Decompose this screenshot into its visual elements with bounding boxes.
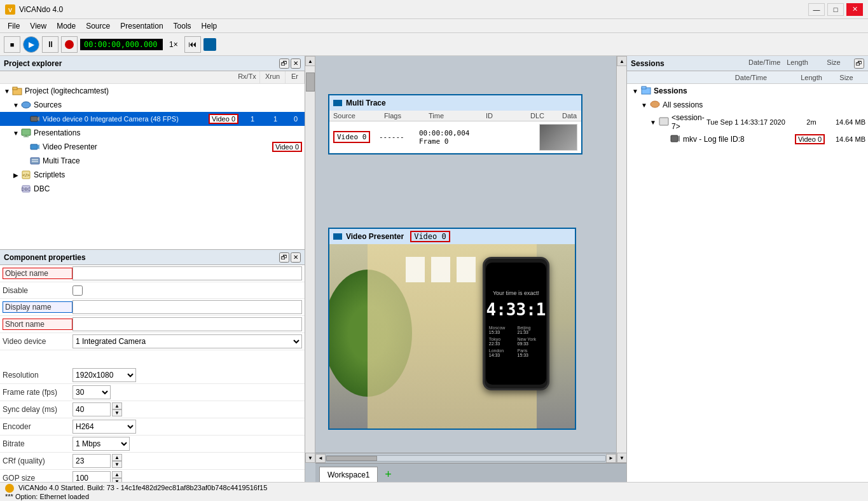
gop-up[interactable]: ▲ — [112, 471, 122, 478]
right-vscroll-down[interactable]: ▼ — [617, 453, 627, 463]
workspace-area: Multi Trace Source Flags Time ID DLC Dat… — [315, 56, 616, 453]
vscroll-up-btn[interactable]: ▲ — [305, 56, 315, 66]
prop-encoder-row: Encoder H264 H265 MJPEG — [0, 418, 305, 436]
record-button[interactable] — [61, 36, 78, 53]
display-name-input[interactable] — [72, 300, 302, 314]
object-name-input[interactable] — [72, 266, 302, 280]
resolution-label: Resolution — [3, 371, 72, 380]
tree-video-presenter[interactable]: Video Presenter Video 0 — [0, 140, 305, 154]
menu-help[interactable]: Help — [196, 20, 223, 32]
svg-rect-20 — [642, 86, 646, 89]
add-workspace-button[interactable]: + — [380, 467, 396, 482]
gop-down[interactable]: ▼ — [112, 478, 122, 482]
session-7-length: 2m — [796, 118, 827, 126]
pause-button[interactable]: ⏸ — [42, 36, 59, 53]
world-clocks: Moscow15:33 Beijing21:33 Tokyo22:33 New … — [489, 326, 544, 357]
sessions-col-row: Date/Time Length Size — [627, 71, 868, 84]
trace-flags-cell: ------ — [379, 133, 419, 141]
vscroll-thumb[interactable] — [306, 72, 315, 92]
play-button[interactable]: ▶ — [23, 36, 39, 53]
presentations-icon — [20, 128, 32, 138]
mkv-log-item[interactable]: mkv - Log file ID:8 Video 0 14.64 MB — [627, 132, 868, 146]
minimize-button[interactable]: — — [808, 3, 825, 16]
gop-label: GOP size — [3, 474, 72, 482]
close-button[interactable]: ✕ — [846, 3, 863, 16]
crf-input[interactable] — [72, 454, 111, 468]
menu-presentation[interactable]: Presentation — [115, 20, 168, 32]
workspace-tab-1[interactable]: Workspace1 — [319, 467, 378, 482]
stop-button[interactable]: ■ — [4, 36, 20, 53]
mt-icon — [29, 156, 41, 166]
bitrate-select[interactable]: 1 Mbps 2 Mbps 4 Mbps — [72, 437, 130, 451]
disable-label: Disable — [3, 286, 72, 295]
gop-input[interactable] — [72, 471, 111, 482]
comp-props-restore[interactable]: 🗗 — [279, 252, 289, 263]
ws-tab-label: Workspace1 — [327, 470, 369, 479]
trace-col-id: ID — [486, 112, 530, 120]
right-vscroll-up[interactable]: ▲ — [617, 56, 627, 66]
clock-tokyo: Tokyo22:33 — [489, 337, 515, 346]
tree-dbc[interactable]: DBC DBC — [0, 182, 305, 196]
encoder-select[interactable]: H264 H265 MJPEG — [72, 420, 136, 434]
resolution-select[interactable]: 1920x1080 1280x720 640x480 — [72, 368, 136, 382]
comp-props-header: Component properties 🗗 ✕ — [0, 250, 305, 265]
status-icon — [5, 484, 14, 493]
session-7-item[interactable]: ▼ <session-7> Tue Sep 1 14:33:17 2020 2m… — [627, 112, 868, 132]
trace-col-time: Time — [429, 112, 486, 120]
session-7-label: <session-7> — [672, 113, 706, 131]
svg-text:V: V — [8, 7, 12, 13]
mkv-log-label: mkv - Log file ID:8 — [683, 135, 795, 144]
hscroll-right[interactable]: ► — [606, 454, 616, 463]
svg-rect-23 — [671, 135, 678, 142]
tree-sources[interactable]: ▼ Sources — [0, 98, 305, 112]
crf-down[interactable]: ▼ — [112, 461, 122, 468]
multi-trace-window: Multi Trace Source Flags Time ID DLC Dat… — [328, 94, 582, 154]
crf-up[interactable]: ▲ — [112, 454, 122, 461]
all-sessions-label: All sessions — [663, 100, 865, 109]
menu-source[interactable]: Source — [81, 20, 115, 32]
hscroll-thumb[interactable] — [326, 456, 377, 461]
video-presenter-header: Video Presenter Video 0 — [329, 229, 575, 244]
sessions-root[interactable]: ▼ Sessions — [627, 84, 868, 98]
disable-checkbox[interactable] — [72, 285, 83, 296]
restore-button[interactable]: 🗗 — [279, 58, 289, 69]
maximize-button[interactable]: □ — [827, 3, 844, 16]
vscroll-track — [305, 66, 315, 453]
vscroll-down-btn[interactable]: ▼ — [305, 453, 315, 463]
svg-rect-5 — [31, 116, 38, 121]
close-panel-button[interactable]: ✕ — [291, 58, 301, 69]
project-label: Project (logitechcamtest) — [25, 86, 305, 95]
hscroll-bar: ◄ ► — [315, 453, 616, 463]
sync-delay-down[interactable]: ▼ — [112, 409, 122, 416]
rewind-button[interactable]: ⏮ — [184, 36, 201, 53]
menu-mode[interactable]: Mode — [52, 20, 81, 32]
short-name-input[interactable] — [72, 317, 302, 331]
menu-file[interactable]: File — [3, 20, 25, 32]
phone-screen: Your time is exact! 14:33:16 Moscow15:33… — [486, 263, 546, 385]
sync-delay-up[interactable]: ▲ — [112, 402, 122, 409]
all-sessions-item[interactable]: ▼ All sessions — [627, 98, 868, 112]
center-panel: ▲ ▼ Multi Trace Source Flags Time ID DLC — [305, 56, 626, 482]
trace-col-source: Source — [333, 112, 384, 120]
hscroll-left[interactable]: ◄ — [315, 454, 326, 463]
menu-view[interactable]: View — [25, 20, 52, 32]
tree-multi-trace[interactable]: Multi Trace — [0, 154, 305, 168]
tree-scriptlets[interactable]: ▶ </> Scriptlets — [0, 168, 305, 182]
tree-presentations[interactable]: ▼ Presentations — [0, 126, 305, 140]
tree-video-device[interactable]: Video device 0 Integrated Camera (48 FPS… — [0, 112, 305, 126]
tree-project[interactable]: ▼ Project (logitechcamtest) — [0, 84, 305, 98]
trace-col-data: Data — [562, 112, 577, 120]
presentations-arrow: ▼ — [11, 130, 20, 137]
prop-resolution-row: Resolution 1920x1080 1280x720 640x480 — [0, 367, 305, 384]
video-device-select[interactable]: 1 Integrated Camera — [72, 334, 302, 348]
video-body: 1920x1080 @ 48 FPS — [329, 244, 575, 429]
sessions-restore[interactable]: 🗗 — [854, 58, 864, 69]
presentations-label: Presentations — [34, 128, 305, 137]
frame-rate-select[interactable]: 30 25 15 — [72, 385, 111, 399]
video0-badge-tree: Video 0 — [209, 114, 238, 124]
vp-icon — [29, 142, 41, 152]
comp-props-close[interactable]: ✕ — [291, 252, 301, 263]
menu-tools[interactable]: Tools — [169, 20, 196, 32]
sessions-title: Sessions — [631, 59, 684, 68]
sync-delay-input[interactable] — [72, 402, 111, 416]
